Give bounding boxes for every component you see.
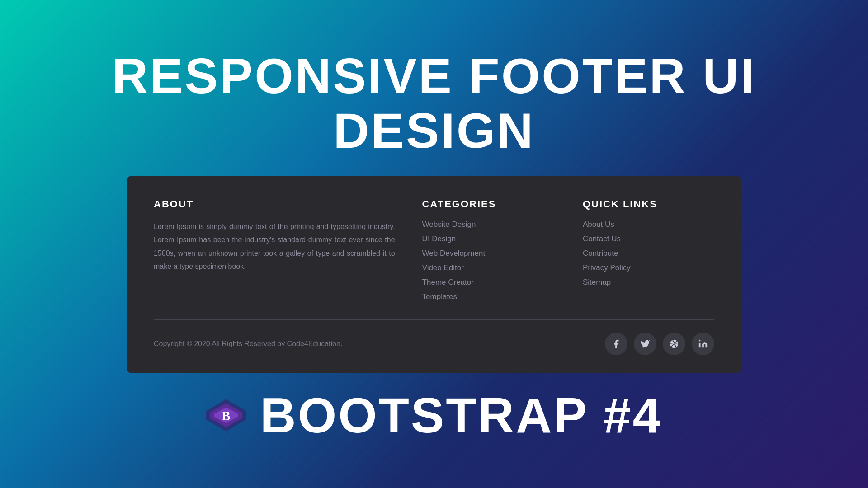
footer-divider (154, 319, 714, 320)
list-item: UI Design (422, 235, 565, 244)
twitter-button[interactable] (634, 333, 656, 355)
page-main-title: RESPONSIVE FOOTER UI DESIGN (0, 48, 868, 158)
footer-card: ABOUT Lorem Ipsum is simply dummy text o… (127, 176, 741, 373)
footer-quicklinks-column: QUICK LINKS About Us Contact Us Contribu… (583, 198, 714, 301)
facebook-button[interactable] (605, 333, 627, 355)
footer-bottom-section: Copyright © 2020 All Rights Reserved by … (154, 333, 714, 355)
list-item: Video Editor (422, 263, 565, 272)
list-item: Web Development (422, 249, 565, 258)
copyright-text: Copyright © 2020 All Rights Reserved by … (154, 340, 342, 348)
bootstrap-title: BOOTSTRAP #4 (260, 390, 662, 440)
quicklink-contact-us[interactable]: Contact Us (583, 235, 621, 243)
quicklink-about-us[interactable]: About Us (583, 220, 614, 229)
list-item: Sitemap (583, 278, 714, 287)
svg-rect-1 (699, 343, 701, 347)
facebook-icon (611, 339, 621, 349)
list-item: Templates (422, 292, 565, 301)
footer-about-column: ABOUT Lorem Ipsum is simply dummy text o… (154, 198, 422, 301)
list-item: Contribute (583, 249, 714, 258)
about-text: Lorem Ipsum is simply dummy text of the … (154, 220, 395, 273)
list-item: About Us (583, 220, 714, 229)
dribbble-icon (669, 339, 679, 349)
category-link-video-editor[interactable]: Video Editor (422, 263, 464, 272)
quicklinks-title: QUICK LINKS (583, 198, 714, 210)
linkedin-icon (698, 339, 708, 349)
footer-top-section: ABOUT Lorem Ipsum is simply dummy text o… (154, 198, 714, 301)
list-item: Contact Us (583, 235, 714, 244)
list-item: Website Design (422, 220, 565, 229)
category-link-ui-design[interactable]: UI Design (422, 235, 456, 243)
category-link-templates[interactable]: Templates (422, 292, 457, 301)
list-item: Privacy Policy (583, 263, 714, 272)
twitter-icon (640, 339, 650, 349)
categories-title: CATEGORIES (422, 198, 565, 210)
bootstrap-logo: B (206, 395, 246, 436)
svg-point-2 (699, 339, 701, 341)
dribbble-button[interactable] (663, 333, 685, 355)
quicklink-sitemap[interactable]: Sitemap (583, 278, 611, 286)
svg-text:B: B (222, 408, 231, 423)
linkedin-button[interactable] (692, 333, 714, 355)
bottom-section: B BOOTSTRAP #4 (206, 390, 662, 440)
list-item: Theme Creator (422, 278, 565, 287)
social-icons-group (605, 333, 714, 355)
quicklink-contribute[interactable]: Contribute (583, 249, 618, 258)
category-link-web-development[interactable]: Web Development (422, 249, 486, 258)
category-link-theme-creator[interactable]: Theme Creator (422, 278, 474, 286)
quicklink-privacy-policy[interactable]: Privacy Policy (583, 263, 631, 272)
footer-categories-column: CATEGORIES Website Design UI Design Web … (422, 198, 583, 301)
quicklinks-list: About Us Contact Us Contribute Privacy P… (583, 220, 714, 287)
about-title: ABOUT (154, 198, 395, 210)
category-link-website-design[interactable]: Website Design (422, 220, 476, 229)
categories-list: Website Design UI Design Web Development… (422, 220, 565, 301)
